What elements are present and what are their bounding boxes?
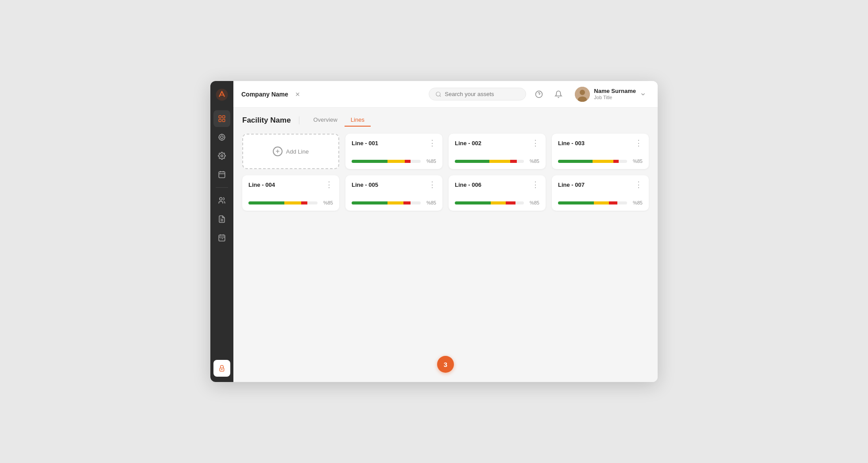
progress-segment <box>455 201 491 204</box>
line-menu-button[interactable]: ⋮ <box>428 139 436 147</box>
progress-pct: %85 <box>527 200 539 205</box>
line-menu-button[interactable]: ⋮ <box>428 181 436 189</box>
chevron-down-icon <box>640 91 646 97</box>
line-menu-button[interactable]: ⋮ <box>635 181 643 189</box>
user-title: Job Title <box>594 95 636 100</box>
progress-segment <box>594 201 604 204</box>
svg-rect-3 <box>219 120 221 122</box>
page-tabs: Overview Lines <box>307 114 372 127</box>
progress-pct: %85 <box>321 200 333 205</box>
line-card-header: Line - 002 ⋮ <box>455 139 539 147</box>
progress-segment <box>352 201 388 204</box>
sidebar-item-dashboard[interactable] <box>213 110 230 127</box>
sidebar-item-reports[interactable] <box>213 211 230 228</box>
progress-segment <box>503 160 510 163</box>
line-card-line-002[interactable]: Line - 002 ⋮ %85 <box>449 134 546 169</box>
main-content: Company Name <box>233 81 658 382</box>
progress-pct: %85 <box>424 200 436 205</box>
progress-segment <box>558 160 593 163</box>
svg-rect-12 <box>219 172 225 178</box>
progress-row: %85 <box>352 158 436 164</box>
progress-pct: %85 <box>424 158 436 164</box>
sidebar-item-settings[interactable] <box>213 147 230 164</box>
line-card-line-006[interactable]: Line - 006 ⋮ %85 <box>449 175 546 211</box>
progress-segment <box>284 201 294 204</box>
sidebar-item-calendar[interactable] <box>213 166 230 183</box>
avatar <box>575 87 590 102</box>
line-name: Line - 002 <box>455 140 481 147</box>
progress-segment <box>489 160 503 163</box>
search-bar[interactable] <box>429 88 526 100</box>
svg-rect-4 <box>223 120 225 122</box>
progress-segment <box>491 201 499 204</box>
company-name: Company Name <box>241 91 288 98</box>
user-info: Name Surname Job Title <box>594 88 636 100</box>
line-menu-button[interactable]: ⋮ <box>325 181 333 189</box>
add-line-card[interactable]: + Add Line <box>242 134 339 169</box>
progress-row: %85 <box>248 200 333 205</box>
progress-segment <box>396 201 403 204</box>
progress-bar <box>455 201 524 204</box>
line-menu-button[interactable]: ⋮ <box>531 139 539 147</box>
progress-segment <box>405 160 410 163</box>
help-button[interactable] <box>532 88 546 101</box>
line-card-line-007[interactable]: Line - 007 ⋮ %85 <box>552 175 649 211</box>
user-profile[interactable]: Name Surname Job Title <box>571 85 650 104</box>
progress-segment <box>301 201 307 204</box>
user-name: Name Surname <box>594 88 636 95</box>
tab-divider <box>299 116 299 124</box>
sidebar-bottom <box>213 360 230 382</box>
line-card-header: Line - 007 ⋮ <box>558 181 643 189</box>
line-name: Line - 003 <box>558 140 585 147</box>
sidebar-bottom-lock[interactable] <box>213 360 230 377</box>
close-icon[interactable] <box>294 91 301 97</box>
progress-segment <box>593 160 606 163</box>
progress-row: %85 <box>558 158 643 164</box>
svg-point-11 <box>221 155 223 157</box>
sidebar-item-users[interactable] <box>213 192 230 209</box>
page-title: Facility Name <box>242 116 291 125</box>
progress-pct: %85 <box>527 158 539 164</box>
tab-overview[interactable]: Overview <box>307 114 344 127</box>
sidebar-divider <box>216 187 228 188</box>
progress-segment <box>388 201 396 204</box>
tab-lines[interactable]: Lines <box>345 114 371 127</box>
line-card-line-003[interactable]: Line - 003 ⋮ %85 <box>552 134 649 169</box>
pagination-badge[interactable]: 3 <box>437 356 454 373</box>
line-card-header: Line - 003 ⋮ <box>558 139 643 147</box>
progress-segment <box>248 201 284 204</box>
progress-segment <box>403 201 411 204</box>
line-name: Line - 006 <box>455 181 481 188</box>
add-line-label: Add Line <box>286 148 309 155</box>
progress-segment <box>352 160 388 163</box>
svg-rect-19 <box>219 235 225 241</box>
progress-bar <box>558 160 627 163</box>
search-input[interactable] <box>445 91 515 97</box>
line-card-line-004[interactable]: Line - 004 ⋮ %85 <box>242 175 339 211</box>
progress-row: %85 <box>455 158 539 164</box>
line-card-line-001[interactable]: Line - 001 ⋮ %85 <box>345 134 442 169</box>
line-menu-button[interactable]: ⋮ <box>635 139 643 147</box>
progress-pct: %85 <box>630 158 643 164</box>
line-card-line-005[interactable]: Line - 005 ⋮ %85 <box>345 175 442 211</box>
lines-grid: + Add Line Line - 001 ⋮ %85 Line - 002 ⋮… <box>233 127 658 347</box>
pagination-area: 3 <box>233 347 658 382</box>
header-actions: Name Surname Job Title <box>532 85 650 104</box>
svg-point-16 <box>220 197 222 200</box>
line-menu-button[interactable]: ⋮ <box>531 181 539 189</box>
line-card-header: Line - 001 ⋮ <box>352 139 436 147</box>
line-name: Line - 005 <box>352 181 378 188</box>
sidebar-item-schedule[interactable] <box>213 229 230 246</box>
line-name: Line - 004 <box>248 181 275 188</box>
progress-segment <box>510 160 517 163</box>
progress-bar <box>352 160 421 163</box>
progress-segment <box>455 160 489 163</box>
line-card-header: Line - 006 ⋮ <box>455 181 539 189</box>
app-logo[interactable] <box>214 87 229 102</box>
progress-segment <box>604 201 609 204</box>
notifications-button[interactable] <box>552 88 565 101</box>
progress-segment <box>388 160 398 163</box>
sidebar-item-target[interactable] <box>213 129 230 146</box>
svg-rect-1 <box>219 116 221 118</box>
sidebar-nav <box>210 110 233 360</box>
